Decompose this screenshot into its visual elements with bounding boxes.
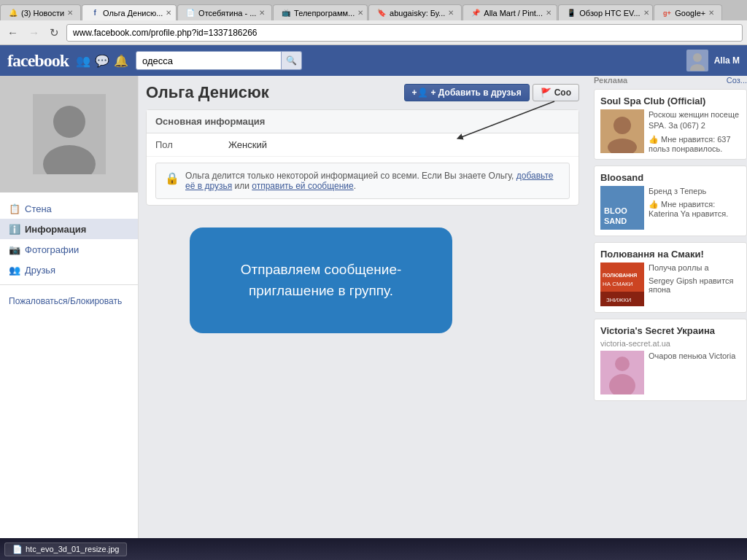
friends-icon[interactable]: 👥 (76, 54, 90, 68)
ad-item-bloosand: Bloosand BLOOSAND Бренд з Теперь 👍 Мне н… (594, 166, 747, 236)
fb-right-sidebar: Реклама Соз... Soul Spa Club (Official) … (587, 76, 747, 538)
ad-body-soul: Роскош женщин посеще SPA. За (067) 2 👍 М… (600, 109, 740, 153)
tab-close-olga[interactable]: ✕ (166, 9, 171, 17)
profile-photo-placeholder (33, 94, 106, 174)
tab-icon-alla: 📌 (471, 8, 481, 18)
ad-title-bloosand[interactable]: Bloosand (600, 172, 740, 183)
sidebar-item-photos[interactable]: 📷 Фотографии (0, 239, 138, 260)
content-wrapper: Ольга Денисюк +👤 + Добавить в друзья 🚩 C… (146, 83, 579, 319)
sidebar-item-wall[interactable]: 📋 Стена (0, 198, 138, 219)
gender-value: Женский (228, 139, 267, 150)
add-friend-link[interactable]: добавьте её в друзья (185, 171, 553, 191)
tab-icon-novosti: 🔔 (8, 8, 18, 18)
ad-img-soul (600, 109, 644, 153)
add-friend-icon: +👤 (412, 88, 428, 98)
tab-close-abu[interactable]: ✕ (448, 9, 454, 17)
fb-header-icons: 👥 💬 🔔 (76, 54, 128, 68)
tab-icon-htc: 📱 (566, 8, 576, 18)
ad-item-victoria: Victoria's Secret Украина victoria-secre… (594, 319, 747, 401)
browser-chrome: 🔔 (3) Новости ✕ f Ольга Денисю... ✕ 📄 От… (0, 0, 747, 45)
sidebar-nav: 📋 Стена ℹ️ Информация 📷 Фотографии 👥 Дру… (0, 192, 138, 318)
tab-icon-otseb: 📄 (185, 8, 196, 18)
avatar-icon (687, 50, 708, 71)
sidebar-divider (0, 284, 138, 285)
ad-title-soul[interactable]: Soul Spa Club (Official) (600, 96, 740, 106)
tab-close[interactable]: ✕ (67, 9, 73, 17)
tab-novosti[interactable]: 🔔 (3) Новости ✕ (0, 4, 81, 20)
reload-button[interactable]: ↻ (47, 25, 62, 41)
friends-nav-icon: 👥 (9, 264, 20, 276)
fb-search-bar: 🔍 (136, 51, 302, 70)
ads-header: Реклама Соз... (594, 76, 747, 85)
taskbar-item-file[interactable]: 📄 htc_evo_3d_01_resize.jpg (4, 542, 127, 556)
fb-left-sidebar: 📋 Стена ℹ️ Информация 📷 Фотографии 👥 Дру… (0, 76, 139, 538)
ad-like-bloosand: 👍 Мне нравится: Katerina Ya нравится. (649, 200, 740, 218)
fb-header: facebook 👥 💬 🔔 🔍 Alla M (0, 45, 747, 76)
ad-text-soul: Роскош женщин посеще SPA. За (067) 2 (649, 109, 740, 132)
ad-body-bloosand: BLOOSAND Бренд з Теперь 👍 Мне нравится: … (600, 186, 740, 230)
wall-icon: 📋 (9, 203, 20, 214)
tab-close-otseb[interactable]: ✕ (259, 9, 265, 17)
ad-text-bloosand: Бренд з Теперь (649, 186, 740, 197)
svg-text:BLOO: BLOO (604, 206, 627, 215)
send-message-link[interactable]: отправить ей сообщение (252, 181, 353, 191)
tab-close-gplus[interactable]: ✕ (708, 9, 714, 17)
tab-close-alla[interactable]: ✕ (546, 9, 551, 17)
ad-item-smaki: Полювання на Смаки! ПОЛЮВАННЯНА СМАКИЗНИ… (594, 242, 747, 313)
sidebar-item-friends[interactable]: 👥 Друзья (0, 260, 138, 280)
ads-create[interactable]: Соз... (727, 76, 747, 85)
svg-line-5 (460, 101, 554, 138)
file-icon: 📄 (12, 545, 23, 554)
nav-bar: ← → ↻ (0, 20, 747, 45)
svg-text:ПОЛЮВАННЯ: ПОЛЮВАННЯ (603, 273, 637, 278)
fb-header-right: Alla M (686, 50, 740, 71)
tab-icon-olga: f (90, 8, 100, 18)
report-link[interactable]: Пожаловаться/Блокировать (9, 296, 122, 306)
svg-text:ЗНИЖКИ: ЗНИЖКИ (606, 297, 631, 303)
tab-close-tele[interactable]: ✕ (357, 9, 363, 17)
tab-icon-tele: 📺 (281, 8, 291, 18)
ad-img-victoria (600, 351, 644, 394)
search-button[interactable]: 🔍 (282, 51, 302, 70)
notifications-icon[interactable]: 🔔 (114, 54, 128, 68)
svg-point-18 (615, 357, 630, 371)
ad-title-victoria[interactable]: Victoria's Secret Украина (600, 325, 740, 336)
ad-body-smaki: ПОЛЮВАННЯНА СМАКИЗНИЖКИ Получа роллы а S… (600, 262, 740, 306)
overlay-box: Отправляем сообщение-приглашение в групп… (190, 228, 452, 333)
user-name: Alla M (714, 55, 740, 66)
ad-img-bloosand: BLOOSAND (600, 186, 644, 230)
photos-icon: 📷 (9, 244, 20, 255)
tab-alla[interactable]: 📌 Alla Mart / Pint... ✕ (462, 4, 557, 20)
ad-text-victoria: Очаров пеньюа Victoria (649, 351, 735, 362)
address-input[interactable] (66, 24, 743, 42)
info-icon: ℹ️ (9, 223, 20, 235)
tab-bar: 🔔 (3) Новости ✕ f Ольга Денисю... ✕ 📄 От… (0, 0, 747, 20)
tab-tele[interactable]: 📺 Телепрограмм... ✕ (273, 4, 368, 20)
tab-abu[interactable]: 🔖 abugaisky: Бу... ✕ (368, 4, 462, 20)
ad-like-soul: 👍 Мне нравится: 637 польз понравилось. (649, 135, 740, 153)
svg-point-3 (53, 106, 85, 138)
arrow-indicator (452, 98, 562, 141)
forward-button[interactable]: → (26, 25, 42, 40)
ad-img-smaki: ПОЛЮВАННЯНА СМАКИЗНИЖКИ (600, 262, 644, 306)
like-icon-soul: 👍 (649, 135, 659, 144)
search-input[interactable] (136, 51, 282, 70)
tab-gplus[interactable]: g+ Google+ ✕ (654, 4, 722, 20)
tab-close-htc[interactable]: ✕ (643, 9, 649, 17)
tab-icon-gplus: g+ (662, 8, 672, 18)
tab-otseb[interactable]: 📄 Отсебятина - ... ✕ (177, 4, 272, 20)
profile-photo (0, 76, 138, 192)
svg-point-7 (614, 117, 631, 134)
tab-htc[interactable]: 📱 Обзор HTC EV... ✕ (558, 4, 653, 20)
tab-olga[interactable]: f Ольга Денисю... ✕ (82, 4, 177, 20)
profile-name: Ольга Денисюк (146, 83, 269, 102)
ad-title-smaki[interactable]: Полювання на Смаки! (600, 249, 740, 260)
back-button[interactable]: ← (4, 25, 21, 40)
flag-icon: 🚩 (541, 88, 551, 98)
svg-point-1 (690, 64, 705, 71)
ad-like-smaki: Sergey Gipsh нравится япона (649, 276, 740, 294)
sidebar-report: Пожаловаться/Блокировать (0, 289, 138, 312)
messages-icon[interactable]: 💬 (95, 54, 109, 68)
sidebar-item-info[interactable]: ℹ️ Информация (0, 219, 138, 239)
fb-logo[interactable]: facebook (7, 51, 69, 71)
